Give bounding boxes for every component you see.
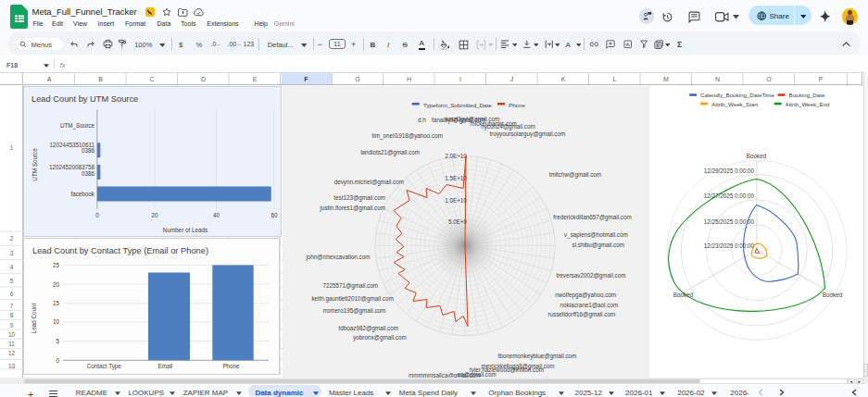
svg-text:20: 20	[53, 280, 60, 287]
svg-text:C: C	[149, 76, 154, 82]
svg-text:H: H	[407, 76, 411, 82]
svg-text:troyyoursolarguy@gmail.com: troyyoursolarguy@gmail.com	[490, 130, 566, 138]
svg-text:tdboaz982@gmail.com: tdboaz982@gmail.com	[338, 325, 398, 332]
svg-text:nycohz4@gmail.com: nycohz4@gmail.com	[481, 122, 535, 130]
svg-text:UTM_Source: UTM_Source	[60, 122, 95, 130]
svg-text:0386: 0386	[82, 170, 95, 177]
svg-text:10: 10	[53, 318, 60, 325]
svg-text:Booked: Booked	[822, 292, 842, 298]
svg-text:N: N	[715, 76, 720, 82]
svg-text:0: 0	[95, 212, 99, 218]
svg-text:40: 40	[213, 212, 220, 218]
svg-text:P: P	[819, 76, 824, 82]
svg-text:Phone: Phone	[222, 362, 240, 368]
svg-text:Lead Count by Contact Type (Em: Lead Count by Contact Type (Email or Pho…	[32, 246, 208, 255]
svg-text:test123@gmail.com: test123@gmail.com	[333, 193, 385, 201]
svg-text:20: 20	[151, 212, 158, 218]
svg-text:tbonemonkeyblue@gmail.com: tbonemonkeyblue@gmail.com	[497, 353, 576, 360]
svg-text:Booked: Booked	[746, 153, 766, 159]
svg-text:12/29/2025 0:00:00: 12/29/2025 0:00:00	[703, 167, 754, 173]
svg-text:11: 11	[8, 341, 15, 347]
svg-text:5.0E+9: 5.0E+9	[448, 217, 468, 224]
svg-text:rromero195@gmail.com: rromero195@gmail.com	[323, 306, 386, 314]
svg-text:L: L	[613, 76, 617, 82]
svg-text:v_sapiens@hotmail.com: v_sapiens@hotmail.com	[564, 231, 628, 239]
svg-text:d.h: d.h	[418, 117, 426, 123]
svg-text:landlots21@gmail.com: landlots21@gmail.com	[360, 148, 420, 155]
svg-text:Attrib_Week_End: Attrib_Week_End	[785, 100, 830, 106]
svg-text:1: 1	[10, 144, 14, 151]
svg-text:russelldorff16@gmail.com: russelldorff16@gmail.com	[547, 311, 615, 318]
svg-text:Lead Count by UTM Source: Lead Count by UTM Source	[31, 94, 138, 104]
svg-text:Booking_Date: Booking_Date	[788, 92, 824, 98]
svg-text:tmitchw@gmail.com: tmitchw@gmail.com	[549, 170, 601, 178]
svg-text:7: 7	[10, 303, 14, 309]
svg-text:25: 25	[53, 262, 60, 268]
svg-text:nwolfepga@yahoo.com: nwolfepga@yahoo.com	[555, 292, 616, 299]
svg-text:Phone: Phone	[509, 101, 525, 107]
svg-text:ca@gmail.com: ca@gmail.com	[458, 371, 497, 378]
svg-text:12: 12	[8, 350, 16, 356]
svg-text:12/25/2025 0:00:00: 12/25/2025 0:00:00	[703, 217, 754, 224]
svg-text:Contact Type: Contact Type	[87, 362, 121, 369]
svg-text:O: O	[766, 76, 772, 82]
svg-text:Calendly_Booking_DateTime: Calendly_Booking_DateTime	[700, 92, 774, 98]
svg-text:D: D	[201, 76, 206, 82]
svg-text:6: 6	[10, 291, 14, 297]
svg-text:I: I	[459, 76, 461, 82]
svg-text:M: M	[663, 76, 669, 82]
svg-text:Booked: Booked	[673, 292, 693, 298]
svg-text:8: 8	[10, 312, 14, 318]
svg-text:Typeform_Submitted_Date: Typeform_Submitted_Date	[423, 101, 492, 107]
svg-text:justin.flores1@gmail.com: justin.flores1@gmail.com	[320, 204, 385, 211]
svg-text:4: 4	[10, 264, 14, 270]
svg-text:12/27/2025 0:00:00: 12/27/2025 0:00:00	[703, 192, 754, 199]
svg-text:Email: Email	[158, 362, 173, 368]
svg-text:B: B	[98, 76, 103, 82]
svg-text:2.0E+10: 2.0E+10	[445, 152, 467, 158]
svg-text:sl.shibu@gmail.com: sl.shibu@gmail.com	[572, 242, 623, 249]
svg-text:treversav2002@gmail.com: treversav2002@gmail.com	[556, 271, 625, 279]
svg-text:9: 9	[10, 322, 14, 329]
svg-text:tim_oneil1918@yahoo.com: tim_oneil1918@yahoo.com	[372, 131, 443, 139]
svg-text:13: 13	[8, 363, 16, 369]
svg-text:E: E	[253, 76, 258, 82]
svg-text:15: 15	[53, 300, 60, 306]
svg-text:john@nhexcavation.com: john@nhexcavation.com	[305, 253, 370, 260]
svg-text:facebook: facebook	[70, 191, 94, 197]
svg-text:UTM Source: UTM Source	[31, 148, 38, 181]
svg-text:0386: 0386	[82, 147, 95, 154]
svg-text:0: 0	[56, 356, 59, 363]
svg-text:60: 60	[270, 212, 278, 218]
svg-text:3: 3	[10, 250, 14, 256]
svg-text:A: A	[47, 76, 52, 82]
svg-text:1.5E+10: 1.5E+10	[445, 174, 467, 180]
svg-text:5: 5	[56, 338, 59, 344]
svg-text:frederickdillan657@gmail.com: frederickdillan657@gmail.com	[553, 213, 631, 220]
svg-text:keith.gauntlett2010@gmail.com: keith.gauntlett2010@gmail.com	[311, 294, 393, 302]
svg-text:7225571@gmail.com: 7225571@gmail.com	[322, 281, 378, 289]
svg-text:10: 10	[8, 331, 16, 338]
svg-text:5: 5	[10, 278, 14, 284]
svg-text:yobronx@gmail.com: yobronx@gmail.com	[353, 333, 407, 341]
svg-text:K: K	[561, 76, 566, 82]
svg-text:1.0E+10: 1.0E+10	[445, 196, 467, 203]
svg-text:devynn.michel@gmail.com: devynn.michel@gmail.com	[334, 178, 404, 185]
svg-text:Attrib_Week_Start: Attrib_Week_Start	[711, 100, 758, 106]
svg-text:J: J	[510, 76, 514, 82]
svg-text:12/23/2025 0:00:00: 12/23/2025 0:00:00	[703, 242, 754, 248]
svg-text:F: F	[304, 76, 308, 82]
svg-text:nokiacrane1@aol.com: nokiacrane1@aol.com	[560, 302, 618, 308]
svg-text:Number of Leads: Number of Leads	[163, 227, 208, 233]
svg-text:2: 2	[10, 235, 14, 242]
svg-text:G: G	[355, 76, 359, 82]
svg-text:Lead Count: Lead Count	[31, 303, 37, 333]
